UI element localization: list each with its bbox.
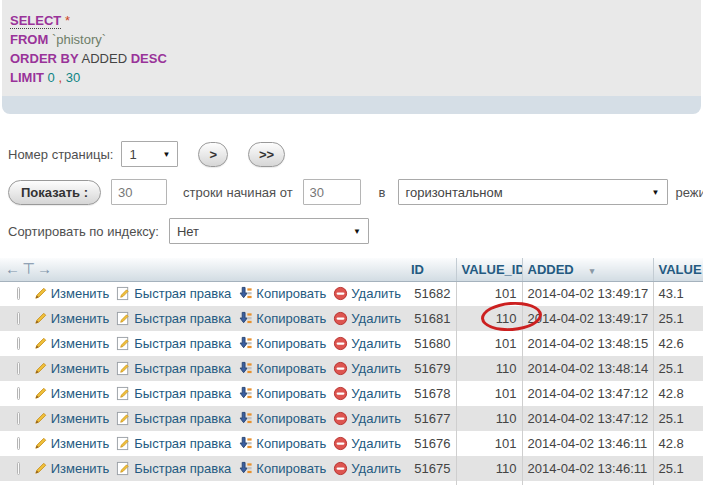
result-controls: Номер страницы: 1 ▼ > >> Показать : стро… <box>8 141 703 271</box>
row-checkbox[interactable] <box>17 337 20 350</box>
edit-link[interactable]: Изменить <box>33 411 110 426</box>
quick-edit-link[interactable]: Быстрая правка <box>116 361 231 376</box>
column-options-header[interactable]: ←⊤→ <box>0 258 406 281</box>
edit-link[interactable]: Изменить <box>33 361 110 376</box>
next-page-button[interactable]: > <box>198 142 228 167</box>
cell-value: 42.6 <box>653 331 703 356</box>
cell-added: 2014-04-02 13:48:15 <box>522 331 653 356</box>
cell-id: 51676 <box>406 431 456 456</box>
copy-row-icon <box>238 336 253 351</box>
quick-edit-pencil-page-icon <box>116 386 131 401</box>
sort-index-select[interactable]: Нет ▼ <box>169 218 369 244</box>
cell-value: 42.8 <box>653 431 703 456</box>
start-row-input[interactable] <box>303 179 361 205</box>
sql-table-name: `phistory` <box>52 32 106 47</box>
copy-row-icon <box>238 311 253 326</box>
delete-link[interactable]: Удалить <box>333 336 401 351</box>
column-options-arrows-icon: ←⊤→ <box>5 260 54 277</box>
cell-id: 51679 <box>406 356 456 381</box>
row-checkbox[interactable] <box>17 312 20 325</box>
sort-by-index-label: Сортировать по индексу: <box>8 224 159 239</box>
show-button[interactable]: Показать : <box>8 180 101 205</box>
delete-link[interactable]: Удалить <box>333 311 401 326</box>
results-table: ←⊤→ ID VALUE_ID ADDED▾ VALUE Изменить Бы… <box>0 258 703 485</box>
sql-line-from: FROM `phistory` <box>10 30 691 49</box>
delete-minus-circle-icon <box>333 361 348 376</box>
edit-link[interactable]: Изменить <box>33 436 110 451</box>
quick-edit-pencil-page-icon <box>116 286 131 301</box>
sql-box-footer <box>2 96 701 114</box>
row-checkbox[interactable] <box>17 462 20 475</box>
row-checkbox[interactable] <box>17 437 20 450</box>
table-row: Изменить Быстрая правка Копировать Удали… <box>0 406 703 431</box>
edit-link[interactable]: Изменить <box>33 311 110 326</box>
row-checkbox[interactable] <box>17 362 20 375</box>
quick-edit-link[interactable]: Быстрая правка <box>116 411 231 426</box>
row-actions: Изменить Быстрая правка Копировать Удали… <box>5 411 401 426</box>
row-checkbox[interactable] <box>17 387 20 400</box>
chevron-down-icon: ▼ <box>353 227 361 236</box>
display-mode-select-value: горизонтальном <box>406 185 503 200</box>
in-label: в <box>379 185 386 200</box>
delete-link[interactable]: Удалить <box>333 386 401 401</box>
sql-keyword-select: SELECT <box>10 13 61 29</box>
sql-code: SELECT * FROM `phistory` ORDER BY ADDED … <box>2 0 701 96</box>
copy-link[interactable]: Копировать <box>238 436 326 451</box>
edit-link[interactable]: Изменить <box>33 336 110 351</box>
delete-link[interactable]: Удалить <box>333 411 401 426</box>
sql-limit-from: 0 <box>48 70 55 85</box>
column-header-value-id[interactable]: VALUE_ID <box>456 258 522 281</box>
cell-added: 2014-04-02 13:49:17 <box>522 281 653 306</box>
copy-link[interactable]: Копировать <box>238 361 326 376</box>
rows-starting-from-label: строки начиная от <box>183 185 293 200</box>
last-page-button[interactable]: >> <box>248 142 285 167</box>
quick-edit-link[interactable]: Быстрая правка <box>116 336 231 351</box>
row-count-input[interactable] <box>111 179 167 205</box>
quick-edit-pencil-page-icon <box>116 411 131 426</box>
sql-line-order: ORDER BY ADDED DESC <box>10 49 691 68</box>
cell-value-id: 101 <box>456 331 522 356</box>
page-nav-row: Номер страницы: 1 ▼ > >> <box>8 141 703 167</box>
copy-link[interactable]: Копировать <box>238 461 326 476</box>
pencil-icon <box>33 411 48 426</box>
row-checkbox[interactable] <box>17 287 20 300</box>
row-actions: Изменить Быстрая правка Копировать Удали… <box>5 386 401 401</box>
quick-edit-pencil-page-icon <box>116 336 131 351</box>
pencil-icon <box>33 311 48 326</box>
cell-added: 2014-04-02 13:48:14 <box>522 356 653 381</box>
column-header-added[interactable]: ADDED▾ <box>522 258 653 281</box>
quick-edit-link[interactable]: Быстрая правка <box>116 436 231 451</box>
quick-edit-link[interactable]: Быстрая правка <box>116 311 231 326</box>
edit-link[interactable]: Изменить <box>33 386 110 401</box>
copy-link[interactable]: Копировать <box>238 386 326 401</box>
display-mode-select[interactable]: горизонтальном ▼ <box>398 179 668 205</box>
cell-id: 51675 <box>406 456 456 481</box>
copy-link[interactable]: Копировать <box>238 311 326 326</box>
delete-minus-circle-icon <box>333 461 348 476</box>
delete-link[interactable]: Удалить <box>333 361 401 376</box>
quick-edit-pencil-page-icon <box>116 311 131 326</box>
edit-link[interactable]: Изменить <box>33 461 110 476</box>
delete-link[interactable]: Удалить <box>333 286 401 301</box>
table-header-row: ←⊤→ ID VALUE_ID ADDED▾ VALUE <box>0 258 703 281</box>
column-header-value[interactable]: VALUE <box>653 258 703 281</box>
column-header-id[interactable]: ID <box>406 258 456 281</box>
delete-minus-circle-icon <box>333 311 348 326</box>
delete-link[interactable]: Удалить <box>333 461 401 476</box>
delete-minus-circle-icon <box>333 411 348 426</box>
edit-link[interactable]: Изменить <box>33 286 110 301</box>
quick-edit-link[interactable]: Быстрая правка <box>116 461 231 476</box>
cell-value: 42.8 <box>653 381 703 406</box>
cell-value-id <box>456 481 522 485</box>
delete-link[interactable]: Удалить <box>333 436 401 451</box>
page-number-select[interactable]: 1 ▼ <box>121 141 178 167</box>
mode-suffix-label: режиме <box>676 185 703 200</box>
copy-link[interactable]: Копировать <box>238 286 326 301</box>
quick-edit-link[interactable]: Быстрая правка <box>116 286 231 301</box>
table-row: Изменить Быстрая правка Копировать Удали… <box>0 481 703 485</box>
chevron-down-icon: ▼ <box>162 150 170 159</box>
copy-link[interactable]: Копировать <box>238 336 326 351</box>
quick-edit-link[interactable]: Быстрая правка <box>116 386 231 401</box>
copy-link[interactable]: Копировать <box>238 411 326 426</box>
row-checkbox[interactable] <box>17 412 20 425</box>
